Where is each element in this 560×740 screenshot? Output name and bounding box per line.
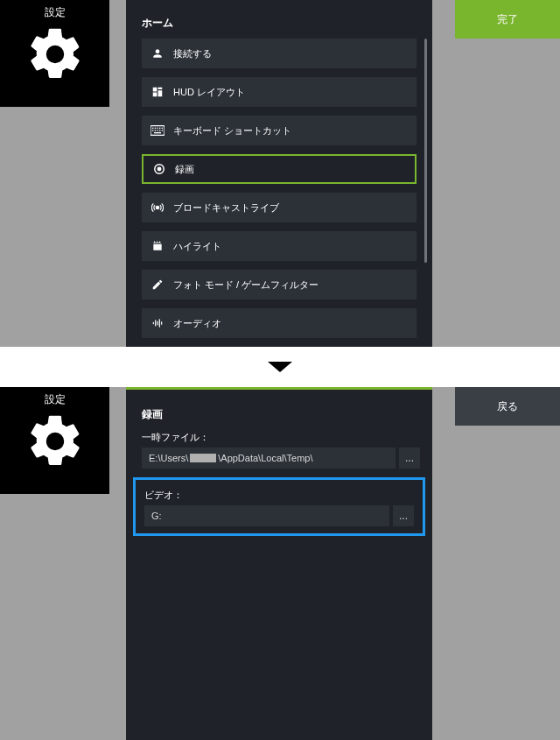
scrollbar[interactable] [424,39,427,263]
svg-rect-8 [157,130,158,130]
record-detail-panel: 録画 一時ファイル： E:\Users\\AppData\Local\Temp\… [126,390,432,740]
menu-item-broadcast[interactable]: ブロードキャストライブ [142,193,416,222]
menu-list: 接続するHUD レイアウトキーボード ショートカット録画ブロードキャストライブハ… [142,39,416,338]
menu-item-label: HUD レイアウト [173,86,245,99]
svg-rect-6 [152,130,153,130]
svg-rect-5 [162,128,163,129]
temp-path-suffix: \AppData\Local\Temp\ [218,453,312,463]
svg-rect-2 [155,128,156,129]
record-icon [152,162,166,176]
settings-tile[interactable]: 設定 [0,387,109,494]
edit-icon [150,278,164,292]
menu-item-label: オーディオ [173,317,221,330]
settings-home-screen: 設定 ホーム 接続するHUD レイアウトキーボード ショートカット録画ブロードキ… [0,0,560,347]
menu-item-label: キーボード ショートカット [173,124,291,137]
video-row: G: ... [144,505,414,526]
menu-item-edit[interactable]: フォト モード / ゲームフィルター [142,270,416,300]
gear-icon [24,411,86,472]
broadcast-icon [150,201,164,215]
back-button[interactable]: 戻る [455,387,560,426]
menu-item-label: 録画 [175,163,194,176]
menu-item-record[interactable]: 録画 [142,154,416,184]
menu-item-label: フォト モード / ゲームフィルター [173,278,318,292]
svg-rect-4 [159,128,160,129]
done-button[interactable]: 完了 [455,0,560,39]
video-path-highlight: ビデオ： G: ... [133,477,425,536]
svg-rect-15 [153,322,154,324]
menu-item-label: 接続する [173,47,212,60]
svg-rect-19 [161,321,162,325]
menu-item-label: ハイライト [173,240,221,253]
menu-item-clapper[interactable]: ハイライト [142,231,416,261]
menu-item-label: ブロードキャストライブ [173,201,279,215]
person-icon [150,46,164,60]
svg-point-14 [156,206,159,209]
svg-rect-9 [159,130,160,130]
temp-file-browse-button[interactable]: ... [399,448,420,469]
svg-rect-7 [155,130,156,130]
settings-tile-label: 設定 [45,392,66,407]
temp-file-path-input[interactable]: E:\Users\\AppData\Local\Temp\ [142,448,396,469]
menu-item-layout[interactable]: HUD レイアウト [142,77,416,107]
home-panel: ホーム 接続するHUD レイアウトキーボード ショートカット録画ブロードキャスト… [126,0,432,347]
temp-path-prefix: E:\Users\ [149,453,188,463]
video-path-input[interactable]: G: [144,505,389,526]
svg-rect-17 [157,321,158,326]
video-browse-button[interactable]: ... [393,505,414,526]
temp-file-label: 一時ファイル： [142,431,420,444]
svg-point-13 [158,167,161,171]
layout-icon [150,85,164,99]
divider-band [0,347,560,387]
svg-rect-16 [155,321,156,327]
record-settings-screen: 設定 録画 一時ファイル： E:\Users\\AppData\Local\Te… [0,387,560,740]
svg-rect-3 [157,128,158,129]
audio-icon [150,316,164,330]
gear-icon [24,24,86,85]
clapper-icon [150,239,164,253]
menu-item-person[interactable]: 接続する [142,39,416,68]
keyboard-icon [150,123,164,137]
svg-rect-11 [154,132,161,133]
svg-rect-18 [159,319,160,327]
menu-item-audio[interactable]: オーディオ [142,308,416,338]
settings-tile[interactable]: 設定 [0,0,109,107]
settings-tile-label: 設定 [45,5,66,20]
panel-title: ホーム [126,0,432,36]
svg-rect-1 [152,128,153,129]
menu-item-keyboard[interactable]: キーボード ショートカット [142,116,416,145]
temp-file-row: E:\Users\\AppData\Local\Temp\ ... [142,448,420,469]
redacted-segment [190,454,216,462]
video-label: ビデオ： [144,489,416,502]
chevron-down-icon [268,362,292,372]
svg-rect-10 [162,130,163,130]
record-heading: 録画 [142,407,420,422]
